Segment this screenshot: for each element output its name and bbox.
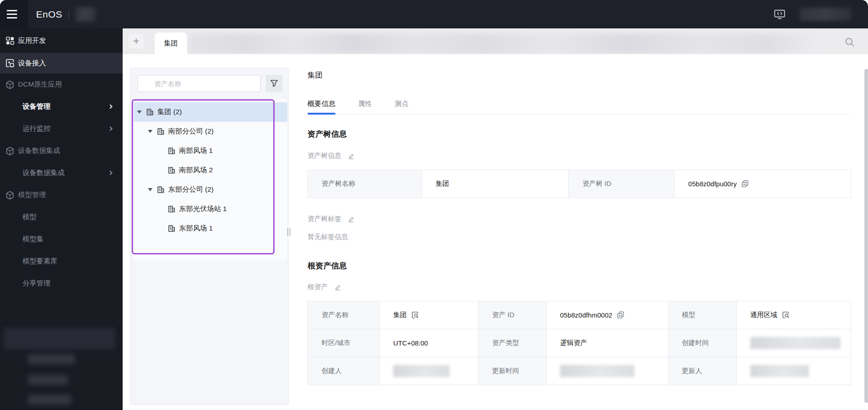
updater-value [736, 357, 851, 385]
asset-id-label: 资产 ID [478, 301, 547, 329]
tree-node-south-branch[interactable]: 南部分公司 (2) [134, 122, 287, 141]
sidebar-item-share-management[interactable]: 分享管理 [0, 272, 123, 295]
device-access-icon [5, 59, 14, 68]
caret-down-icon[interactable] [148, 130, 152, 133]
building-icon [168, 205, 175, 213]
workspace-tabbar: + 集团 [123, 28, 868, 54]
redacted-value [750, 337, 840, 349]
timezone-value: UTC+08:00 [380, 329, 478, 357]
building-icon [146, 108, 154, 116]
tree-node-south-windfarm-1[interactable]: 南部风场 1 [134, 141, 287, 161]
table-row: 时区/城市 UTC+08:00 资产类型 逻辑资产 创建时间 [308, 329, 851, 357]
creator-value [380, 357, 478, 385]
tree-node-east-pv-station-1[interactable]: 东部光伏场站 1 [134, 199, 287, 219]
model-value: 通用区域 [736, 301, 851, 329]
redacted-sidebar-items [0, 328, 123, 410]
caret-down-icon[interactable] [137, 111, 142, 114]
sidebar-item-model-set[interactable]: 模型集 [0, 228, 123, 250]
section-root-asset-info: 根资产信息 [308, 260, 851, 271]
asset-name-search-input[interactable] [138, 75, 261, 92]
redacted-value [393, 365, 450, 377]
table-row: 资产名称 集团 资产 ID 05b8z0dfhm0002 [308, 301, 851, 329]
timezone-label: 时区/城市 [308, 329, 380, 357]
building-icon [157, 128, 165, 135]
model-label: 模型 [668, 301, 736, 329]
asset-type-label: 资产类型 [478, 329, 547, 357]
table-row: 创建人 更新时间 更新人 [308, 357, 851, 385]
tree-node-east-branch[interactable]: 东部分公司 (2) [134, 180, 287, 199]
edit-pencil-icon[interactable] [334, 284, 341, 291]
sidebar-item-model-element-library[interactable]: 模型要素库 [0, 250, 123, 272]
section-asset-tree-info: 资产树信息 [308, 129, 851, 139]
updater-label: 更新人 [668, 357, 736, 385]
search-icon[interactable] [844, 37, 855, 47]
tab-overview[interactable]: 概要信息 [308, 99, 335, 108]
filter-button[interactable] [266, 75, 283, 92]
tab-measure-points[interactable]: 测点 [395, 99, 409, 108]
sidebar-item-model[interactable]: 模型 [0, 206, 123, 228]
sidebar-item-app-development[interactable]: 应用开发 [0, 28, 123, 53]
tree-node-group[interactable]: 集团 (2) [134, 102, 287, 122]
tab-attributes[interactable]: 属性 [358, 99, 372, 108]
asset-tree-id-label: 资产树 ID [569, 170, 675, 198]
hamburger-menu-button[interactable] [0, 0, 28, 28]
new-tab-button[interactable]: + [129, 33, 144, 49]
update-time-label: 更新时间 [478, 357, 547, 385]
preview-icon[interactable] [411, 311, 419, 319]
asset-id-value: 05b8z0dfhm0002 [546, 301, 668, 329]
enos-logo: EnOS [36, 9, 62, 20]
caret-down-icon[interactable] [148, 188, 152, 191]
asset-type-value: 逻辑资产 [546, 329, 668, 357]
panel-resize-handle[interactable] [287, 228, 290, 236]
sidebar-item-operation-monitoring[interactable]: 运行监控 [0, 118, 123, 140]
redacted-sidebar-highlight[interactable] [4, 328, 115, 350]
copy-icon[interactable] [741, 180, 749, 188]
enos-console-window: EnOS 应用开发 设备接入 DCM原生应用 设备管理 [0, 0, 868, 410]
redacted-inactive-tabs[interactable] [189, 34, 815, 53]
cube-icon [5, 147, 14, 156]
update-time-value [546, 357, 668, 385]
redacted-value [750, 365, 809, 377]
asset-tree-name-label: 资产树名称 [308, 170, 422, 198]
cube-icon [5, 80, 14, 89]
redacted-value [560, 365, 634, 377]
sidebar-item-device-data-integration[interactable]: 设备数据集成 [0, 162, 123, 184]
tree-node-east-windfarm-1[interactable]: 东部风场 1 [134, 219, 287, 238]
sidebar-item-device-connection[interactable]: 设备接入 [0, 53, 123, 74]
copy-icon[interactable] [617, 311, 625, 319]
edit-pencil-icon[interactable] [348, 152, 355, 160]
table-row: 资产树名称 集团 资产树 ID 05b8z0dfpu00ry [308, 170, 851, 198]
asset-tree: 集团 (2) 南部分公司 (2) 南部风场 1 [134, 99, 287, 261]
sidebar-nav: 应用开发 设备接入 DCM原生应用 设备管理 运行监控 设备数据集成 [0, 28, 123, 410]
root-asset-label: 根资产 [308, 283, 328, 291]
building-icon [168, 225, 175, 232]
tab-group[interactable]: 集团 [155, 32, 187, 54]
topbar-divider [69, 10, 69, 19]
create-time-value [736, 329, 851, 357]
redacted-user-account[interactable] [799, 8, 851, 21]
developer-console-icon[interactable] [774, 9, 785, 19]
building-icon [168, 147, 175, 155]
asset-tree-info-table: 资产树名称 集团 资产树 ID 05b8z0dfpu00ry [308, 170, 851, 198]
asset-tree-name-value: 集团 [422, 170, 569, 198]
building-icon [168, 166, 175, 174]
detail-tabs: 概要信息 属性 测点 [308, 99, 851, 115]
edit-pencil-icon[interactable] [348, 216, 355, 223]
preview-icon[interactable] [782, 311, 790, 319]
chevron-right-icon [108, 170, 113, 175]
asset-name-label: 资产名称 [308, 301, 380, 329]
building-icon [157, 186, 165, 193]
sidebar-section-dcm-native-app[interactable]: DCM原生应用 [0, 74, 123, 96]
chevron-right-icon [108, 104, 113, 109]
sidebar-section-device-data-integration[interactable]: 设备数据集成 [0, 140, 123, 162]
tree-node-south-windfarm-2[interactable]: 南部风场 2 [134, 161, 287, 180]
sidebar-section-model-management[interactable]: 模型管理 [0, 184, 123, 206]
asset-tree-info-label: 资产树信息 [308, 152, 341, 160]
vertical-scrollbar[interactable] [864, 69, 868, 403]
create-time-label: 创建时间 [668, 329, 736, 357]
redacted-app-name [75, 7, 96, 22]
cube-icon [5, 191, 14, 200]
sidebar-item-device-management[interactable]: 设备管理 [0, 96, 123, 118]
asset-tree-panel: 集团 (2) 南部分公司 (2) 南部风场 1 [130, 68, 289, 405]
page-title: 集团 [308, 70, 851, 80]
